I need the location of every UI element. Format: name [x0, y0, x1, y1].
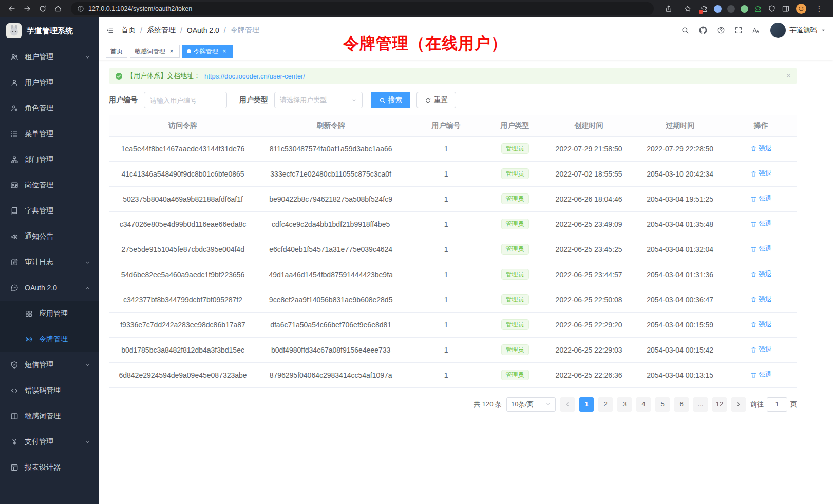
caret-down-icon: [821, 28, 826, 33]
extension-icon[interactable]: [714, 5, 722, 13]
font-size-icon[interactable]: [752, 26, 760, 34]
user-id-input[interactable]: [144, 92, 227, 108]
sidebar-item-tenant[interactable]: 租户管理: [0, 44, 99, 70]
column-header: 访问令牌: [109, 115, 257, 136]
browser-profile-avatar[interactable]: [796, 3, 807, 14]
sidebar-item-oauth2-app[interactable]: 应用管理: [0, 301, 99, 326]
sidebar-item-sensitive-word[interactable]: 敏感词管理: [0, 403, 99, 429]
table-row: 275e5de9151045fe87cbdc395e004f4de6cfd40e…: [109, 237, 797, 262]
close-icon[interactable]: ×: [221, 48, 228, 55]
force-logout-button[interactable]: 强退: [750, 345, 772, 354]
prev-page-button[interactable]: [560, 397, 575, 412]
user-type-select[interactable]: 请选择用户类型: [274, 92, 363, 108]
token-icon: [25, 335, 33, 343]
sidebar-item-post[interactable]: 岗位管理: [0, 172, 99, 198]
breadcrumb-item[interactable]: 首页: [121, 26, 136, 35]
sidebar-item-menu[interactable]: 菜单管理: [0, 121, 99, 147]
force-logout-button[interactable]: 强退: [750, 219, 772, 228]
panel-icon[interactable]: [782, 5, 790, 13]
refresh-token-cell: 8796295f04064c2983414cc54af1097a: [257, 362, 405, 387]
user-menu[interactable]: 芋道源码: [770, 23, 826, 38]
page-more-button[interactable]: ...: [693, 397, 708, 412]
force-logout-button[interactable]: 强退: [750, 169, 772, 178]
page-button-2[interactable]: 2: [598, 397, 613, 412]
goto-page-input[interactable]: [767, 397, 787, 412]
megaphone-icon: [10, 232, 18, 241]
force-logout-button[interactable]: 强退: [750, 244, 772, 254]
user-name: 芋道源码: [789, 26, 817, 35]
app-logo[interactable]: 芋道管理系统: [0, 17, 99, 44]
sidebar-item-error-code[interactable]: 错误码管理: [0, 378, 99, 403]
reload-icon[interactable]: [36, 2, 49, 15]
sidebar-item-pay[interactable]: 支付管理: [0, 429, 99, 455]
share-icon[interactable]: [662, 2, 675, 15]
next-page-button[interactable]: [731, 397, 746, 412]
sidebar-item-oauth2[interactable]: OAuth 2.0: [0, 275, 99, 301]
force-logout-button[interactable]: 强退: [750, 320, 772, 329]
url-bar[interactable]: 127.0.0.1:1024/system/oauth2/token: [71, 2, 654, 15]
expires-at-cell: 2054-03-04 00:36:47: [635, 287, 725, 312]
reset-button[interactable]: 重置: [416, 92, 456, 108]
hamburger-icon[interactable]: [106, 26, 114, 34]
force-logout-button[interactable]: 强退: [750, 370, 772, 379]
sidebar-item-oauth2-token[interactable]: 令牌管理: [0, 326, 99, 352]
back-icon[interactable]: [5, 2, 18, 15]
fullscreen-icon[interactable]: [734, 26, 743, 34]
doc-link[interactable]: https://doc.iocoder.cn/user-center/: [204, 72, 305, 80]
page-button-5[interactable]: 5: [655, 397, 670, 412]
help-icon[interactable]: [717, 26, 725, 34]
sidebar-item-dict[interactable]: 字典管理: [0, 198, 99, 224]
puzzle-icon[interactable]: [754, 5, 762, 13]
user-type-tag: 管理员: [501, 269, 529, 280]
page-size-select[interactable]: 10条/页: [506, 397, 556, 412]
force-logout-button[interactable]: 强退: [750, 269, 772, 279]
sidebar-item-dept[interactable]: 部门管理: [0, 147, 99, 172]
home-icon[interactable]: [51, 2, 65, 15]
forward-icon[interactable]: [21, 2, 34, 15]
github-icon[interactable]: [698, 26, 708, 35]
bookmark-star-icon[interactable]: [681, 2, 694, 15]
close-icon[interactable]: ×: [786, 72, 791, 80]
extension-icon[interactable]: [727, 5, 735, 13]
extension-icon[interactable]: [741, 5, 748, 13]
user-type-tag: 管理员: [501, 193, 529, 204]
breadcrumb-item[interactable]: 系统管理: [147, 26, 176, 35]
created-at-cell: 2022-06-25 22:29:20: [542, 312, 635, 337]
table-row: b0d1785bc3a8482f812db4a3f3bd15ecb0df4980…: [109, 337, 797, 362]
sidebar-item-audit-log[interactable]: 审计日志: [0, 249, 99, 275]
user-id-cell: 1: [405, 211, 487, 237]
topbar: 首页/系统管理/OAuth 2.0/令牌管理 芋道源码: [99, 17, 833, 43]
refresh-token-cell: 811c530487574fa0af1a59d3abc1aa66: [257, 136, 405, 161]
doc-alert: 【用户体系】文档地址： https://doc.iocoder.cn/user-…: [109, 68, 797, 84]
tab-sensitive-word[interactable]: 敏感词管理×: [130, 45, 180, 58]
chevron-up-icon: [85, 285, 90, 291]
breadcrumb-item: 令牌管理: [231, 26, 259, 35]
site-info-icon[interactable]: [77, 5, 84, 12]
sidebar-item-report-designer[interactable]: 报表设计器: [0, 455, 99, 480]
browser-menu-icon[interactable]: ⋮: [812, 2, 826, 15]
search-icon[interactable]: [681, 26, 689, 34]
search-button[interactable]: 搜索: [371, 92, 410, 108]
close-icon[interactable]: ×: [168, 48, 175, 55]
sidebar-item-sms[interactable]: 短信管理: [0, 352, 99, 378]
breadcrumb-item[interactable]: OAuth 2.0: [187, 26, 219, 34]
tab-oauth2-token[interactable]: 令牌管理×: [182, 45, 233, 58]
sidebar-item-role[interactable]: 角色管理: [0, 95, 99, 121]
force-logout-button[interactable]: 强退: [750, 295, 772, 304]
menu-list-icon: [10, 130, 18, 138]
sidebar-item-user[interactable]: 用户管理: [0, 70, 99, 95]
sidebar-item-notice[interactable]: 通知公告: [0, 224, 99, 249]
page-button-3[interactable]: 3: [617, 397, 632, 412]
force-logout-button[interactable]: 强退: [750, 194, 772, 203]
refresh-token-cell: be90422b8c7946218275a508bf524fc9: [257, 186, 405, 211]
page-button-6[interactable]: 6: [674, 397, 689, 412]
shield-dark-icon[interactable]: [768, 5, 776, 13]
chevron-down-icon: [85, 362, 90, 368]
force-logout-button[interactable]: 强退: [750, 144, 772, 153]
puzzle-icon[interactable]: [700, 5, 708, 13]
page-button-4[interactable]: 4: [636, 397, 651, 412]
page-button-12[interactable]: 12: [712, 397, 727, 412]
user-id-label: 用户编号: [109, 95, 138, 105]
tab-home[interactable]: 首页: [106, 45, 127, 58]
page-button-1[interactable]: 1: [579, 397, 594, 412]
